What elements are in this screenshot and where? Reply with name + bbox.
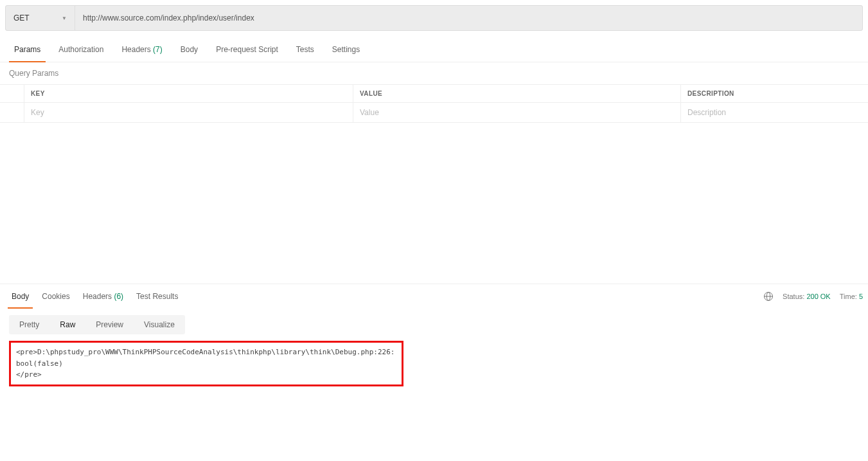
status-value: 200 OK — [806, 293, 830, 300]
request-tabs: Params Authorization Headers (7) Body Pr… — [0, 37, 868, 62]
tab-headers[interactable]: Headers (7) — [112, 37, 171, 62]
tab-prerequest[interactable]: Pre-request Script — [207, 37, 287, 62]
resp-tab-testresults[interactable]: Test Results — [130, 284, 184, 309]
view-raw[interactable]: Raw — [49, 315, 85, 334]
param-key-input[interactable] — [31, 108, 346, 117]
param-value-input[interactable] — [360, 108, 674, 117]
view-preview[interactable]: Preview — [85, 315, 134, 334]
table-row — [0, 103, 868, 122]
response-status: Status: 200 OK Time: 5 — [763, 291, 863, 302]
tab-settings[interactable]: Settings — [323, 37, 369, 62]
request-bar: GET ▼ — [5, 5, 863, 31]
resp-tab-cookies[interactable]: Cookies — [35, 284, 76, 309]
http-method-value: GET — [13, 14, 30, 23]
query-params-table: KEY VALUE DESCRIPTION — [0, 84, 868, 123]
url-input[interactable] — [75, 6, 862, 30]
view-mode-tabs: Pretty Raw Preview Visualize — [9, 315, 185, 334]
tab-params[interactable]: Params — [5, 37, 49, 62]
time-block: Time: 5 — [840, 293, 863, 300]
param-desc-input[interactable] — [687, 108, 862, 117]
resp-tab-headers-count: (6) — [114, 292, 123, 301]
view-pretty[interactable]: Pretty — [9, 315, 49, 334]
response-tabs: Body Cookies Headers (6) Test Results — [5, 284, 184, 309]
desc-col-header: DESCRIPTION — [681, 85, 868, 102]
value-col-header: VALUE — [353, 85, 681, 102]
response-bar: Body Cookies Headers (6) Test Results St… — [0, 284, 868, 309]
response-body[interactable]: <pre>D:\phpstudy_pro\WWW\ThinkPHPSourceC… — [9, 341, 403, 386]
time-label: Time: — [840, 293, 857, 300]
tab-headers-label: Headers — [121, 45, 150, 54]
status-block: Status: 200 OK — [783, 293, 831, 300]
http-method-select[interactable]: GET ▼ — [6, 6, 75, 30]
time-value: 5 — [859, 293, 863, 300]
tab-authorization[interactable]: Authorization — [49, 37, 112, 62]
resp-tab-headers-label: Headers — [83, 292, 112, 301]
drag-handle[interactable] — [0, 103, 24, 122]
query-params-title: Query Params — [0, 62, 868, 84]
tab-headers-count: (7) — [153, 45, 163, 54]
globe-icon[interactable] — [763, 291, 774, 302]
status-label: Status: — [783, 293, 804, 300]
drag-col-header — [0, 85, 24, 102]
chevron-down-icon: ▼ — [62, 15, 67, 21]
spacer — [0, 123, 868, 284]
resp-tab-headers[interactable]: Headers (6) — [76, 284, 130, 309]
table-header-row: KEY VALUE DESCRIPTION — [0, 85, 868, 103]
key-col-header: KEY — [24, 85, 353, 102]
view-visualize[interactable]: Visualize — [134, 315, 185, 334]
tab-tests[interactable]: Tests — [287, 37, 323, 62]
tab-body[interactable]: Body — [172, 37, 207, 62]
resp-tab-body[interactable]: Body — [5, 284, 35, 309]
